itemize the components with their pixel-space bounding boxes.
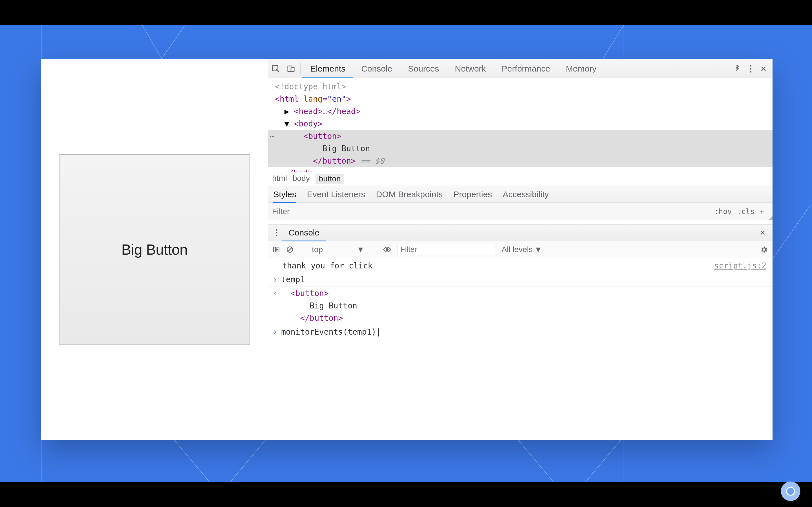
svg-point-5 — [750, 71, 751, 72]
tab-performance[interactable]: Performance — [494, 59, 558, 78]
styles-filter-row: :hov .cls + — [268, 203, 772, 220]
tab-sources[interactable]: Sources — [400, 59, 447, 78]
crumb-html[interactable]: html — [272, 174, 287, 184]
rendered-page: Big Button — [41, 59, 268, 440]
big-button[interactable]: Big Button — [59, 154, 250, 345]
styles-subtabs: Styles Event Listeners DOM Breakpoints P… — [268, 186, 772, 203]
console-drawer-header: Console — [268, 224, 772, 241]
hov-toggle[interactable]: :hov — [714, 207, 732, 216]
tree-html-open[interactable]: <html lang="en"> — [275, 94, 351, 104]
tree-selected-button[interactable]: ⋯ <button> Big Button </button> == $0 — [268, 130, 772, 167]
console-body[interactable]: thank you for click script.js:2 › temp1 … — [268, 258, 772, 440]
log-source-link[interactable]: script.js:2 — [714, 260, 766, 272]
letterbox-bottom — [0, 482, 812, 507]
devtools-panel: Elements Console Sources Network Perform… — [268, 59, 772, 440]
subtab-dom-breakpoints[interactable]: DOM Breakpoints — [376, 189, 443, 199]
window: Big Button — [41, 59, 772, 440]
console-prompt[interactable]: › monitorEvents(temp1) — [268, 325, 772, 339]
live-expression-icon[interactable] — [383, 245, 391, 254]
svg-point-8 — [276, 235, 277, 236]
device-toggle-icon[interactable] — [283, 59, 299, 78]
svg-point-6 — [276, 229, 277, 231]
svg-point-11 — [386, 248, 389, 251]
cls-toggle[interactable]: .cls — [737, 207, 755, 216]
drawer-tab-console[interactable]: Console — [282, 228, 326, 237]
svg-point-3 — [750, 65, 751, 66]
styles-filter-input[interactable] — [268, 207, 706, 216]
chrome-logo-icon — [780, 481, 801, 501]
svg-point-14 — [787, 488, 794, 495]
tree-doctype: <!doctype html> — [275, 82, 346, 91]
add-rule-button[interactable]: + — [760, 207, 764, 216]
context-selector[interactable]: top ▼ — [308, 244, 368, 255]
inspect-icon[interactable] — [268, 59, 283, 78]
console-output: ‹ <button> Big Button </button> — [268, 286, 772, 325]
elements-tree[interactable]: <!doctype html> <html lang="en"> ▶ <head… — [268, 78, 772, 172]
devtools-tabbar: Elements Console Sources Network Perform… — [268, 59, 772, 78]
drawer-kebab-icon[interactable] — [271, 229, 282, 236]
svg-point-4 — [750, 68, 751, 69]
console-toolbar: top ▼ All levels▼ — [268, 241, 772, 258]
subtab-accessibility[interactable]: Accessibility — [503, 189, 549, 199]
console-input-history: › temp1 — [268, 273, 772, 286]
tab-console[interactable]: Console — [353, 59, 400, 78]
tree-head[interactable]: <head> — [294, 107, 322, 116]
tree-body-open[interactable]: <body> — [294, 119, 322, 128]
console-settings-icon[interactable] — [760, 245, 768, 253]
svg-rect-2 — [291, 67, 294, 71]
tab-network[interactable]: Network — [447, 59, 494, 78]
subtab-styles[interactable]: Styles — [273, 189, 296, 199]
letterbox-top — [0, 0, 812, 25]
console-filter-input[interactable] — [398, 244, 495, 255]
kebab-menu-icon[interactable] — [749, 65, 752, 73]
svg-point-7 — [276, 232, 277, 233]
tree-body-close: </body> — [268, 167, 772, 172]
console-log-line: thank you for click script.js:2 — [268, 259, 772, 273]
tab-memory[interactable]: Memory — [558, 59, 604, 78]
breadcrumb: html body button — [268, 172, 772, 186]
subtab-event-listeners[interactable]: Event Listeners — [307, 189, 365, 199]
drawer-close-icon[interactable] — [756, 230, 769, 236]
crumb-button[interactable]: button — [315, 174, 344, 184]
console-sidebar-toggle-icon[interactable] — [273, 246, 280, 253]
close-icon[interactable] — [760, 65, 767, 72]
subtab-properties[interactable]: Properties — [453, 189, 492, 199]
crumb-body[interactable]: body — [293, 174, 310, 184]
log-levels-dropdown[interactable]: All levels▼ — [502, 245, 542, 254]
clear-console-icon[interactable] — [286, 246, 294, 253]
tabs-overflow-icon[interactable] — [733, 65, 741, 72]
tab-elements[interactable]: Elements — [302, 59, 353, 78]
